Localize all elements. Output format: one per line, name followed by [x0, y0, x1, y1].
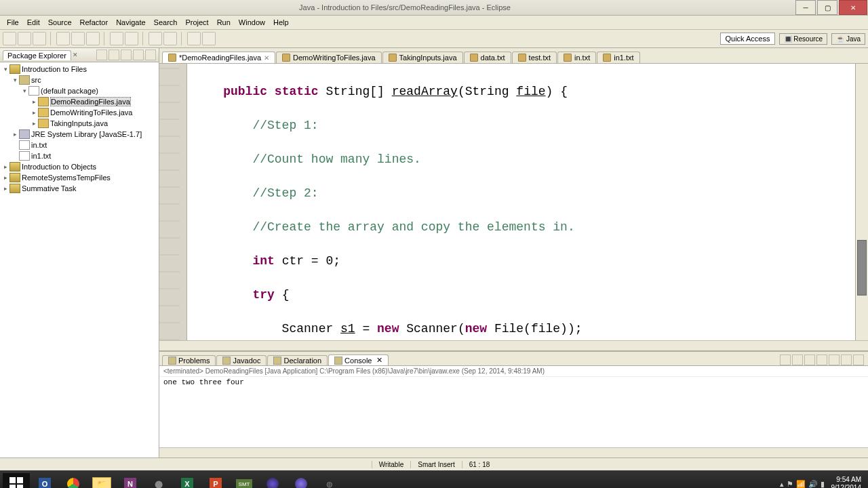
perspective-resource[interactable]: 🔳 Resource: [779, 33, 828, 45]
taskbar-chrome-icon[interactable]: [60, 472, 87, 488]
tree-node[interactable]: in.txt: [1, 140, 157, 150]
taskbar-clock[interactable]: 9:54 AM 9/12/2014: [831, 476, 862, 488]
proj-icon: [9, 162, 20, 171]
console-output[interactable]: one two three four: [159, 377, 868, 447]
taskbar-smart-icon[interactable]: SMT: [231, 472, 258, 488]
overview-ruler[interactable]: [855, 64, 868, 340]
editor-tab[interactable]: in1.txt: [597, 52, 639, 63]
txt-icon: [19, 151, 30, 161]
menu-window[interactable]: Window: [235, 17, 269, 28]
menu-navigate[interactable]: Navigate: [112, 17, 149, 28]
editor-tab[interactable]: DemoWritingToFiles.java: [276, 52, 381, 63]
maximize-button[interactable]: ▢: [817, 0, 837, 15]
editor-tab[interactable]: *DemoReadingFiles.java✕: [162, 52, 275, 63]
collapse-all-icon[interactable]: [96, 49, 107, 60]
menu-file[interactable]: File: [3, 17, 23, 28]
tree-node[interactable]: in1.txt: [1, 150, 157, 161]
toolbar-save-icon[interactable]: [18, 32, 31, 45]
tree-node[interactable]: ▸RemoteSystemsTempFiles: [1, 172, 157, 183]
menu-search[interactable]: Search: [150, 17, 182, 28]
jar-icon: [19, 129, 30, 139]
link-editor-icon[interactable]: [108, 49, 119, 60]
toolbar-newclass-icon[interactable]: [125, 32, 138, 45]
console-open-icon[interactable]: [829, 354, 840, 365]
editor-tab[interactable]: TakingInputs.java: [382, 52, 463, 63]
taskbar-eclipse2-icon[interactable]: [288, 472, 315, 488]
toolbar-tasks-icon[interactable]: [163, 32, 177, 45]
system-tray[interactable]: ▴⚑📶🔊▮ 9:54 AM 9/12/2014: [780, 476, 866, 488]
console-pin-icon[interactable]: [792, 354, 803, 365]
console-scroll-lock-icon[interactable]: [804, 354, 815, 365]
maximize-view-icon[interactable]: [145, 49, 156, 60]
horizontal-scrollbar[interactable]: [159, 340, 868, 350]
battery-icon[interactable]: ▮: [821, 480, 825, 489]
tab-declaration[interactable]: Declaration: [267, 355, 328, 365]
taskbar-app-icon[interactable]: ⬤: [145, 472, 172, 488]
taskbar-outlook-icon[interactable]: O: [31, 472, 58, 488]
package-explorer-tree[interactable]: ▾Introduction to Files▾src▾(default pack…: [0, 62, 159, 458]
perspective-java[interactable]: ☕ Java: [831, 33, 865, 45]
flag-icon[interactable]: ⚑: [787, 480, 793, 489]
menu-source[interactable]: Source: [44, 17, 76, 28]
tree-node[interactable]: ▸DemoWritingToFiles.java: [1, 107, 157, 118]
close-icon[interactable]: ✕: [376, 356, 382, 365]
code-area[interactable]: public static String[] readArray(String …: [187, 64, 855, 340]
tree-node[interactable]: ▸Summative Task: [1, 183, 157, 194]
tree-node[interactable]: ▸Introduction to Objects: [1, 161, 157, 172]
toolbar-debug-icon[interactable]: [56, 32, 70, 45]
minimize-view-icon[interactable]: [133, 49, 144, 60]
close-icon[interactable]: ✕: [264, 54, 269, 62]
declaration-icon: [273, 357, 281, 365]
minimize-view-icon[interactable]: [841, 354, 852, 365]
toolbar-search-icon[interactable]: [149, 32, 162, 45]
maximize-view-icon[interactable]: [853, 354, 864, 365]
toolbar-runlast-icon[interactable]: [86, 32, 100, 45]
tab-problems[interactable]: Problems: [162, 355, 216, 365]
tray-icons[interactable]: ▴⚑📶🔊▮: [780, 480, 825, 489]
editor-tab[interactable]: in.txt: [557, 52, 596, 63]
taskbar-excel-icon[interactable]: X: [174, 472, 201, 488]
console-display-icon[interactable]: [816, 354, 827, 365]
toolbar-new-icon[interactable]: [3, 32, 16, 45]
volume-icon[interactable]: 🔊: [808, 480, 818, 489]
toolbar-fwd-icon[interactable]: [202, 32, 216, 45]
taskbar-powerpoint-icon[interactable]: P: [202, 472, 229, 488]
file-icon: [470, 54, 478, 62]
view-menu-icon[interactable]: [121, 49, 132, 60]
tab-console[interactable]: Console✕: [328, 354, 389, 365]
package-explorer-tab[interactable]: Package Explorer: [3, 50, 71, 60]
menu-edit[interactable]: Edit: [23, 17, 44, 28]
editor-tab[interactable]: data.txt: [464, 52, 511, 63]
tree-node[interactable]: ▸JRE System Library [JavaSE-1.7]: [1, 129, 157, 140]
toolbar-run-icon[interactable]: [71, 32, 85, 45]
menu-help[interactable]: Help: [269, 17, 293, 28]
toolbar-newpkg-icon[interactable]: [110, 32, 123, 45]
tree-node[interactable]: ▾Introduction to Files: [1, 64, 157, 75]
taskbar-app2-icon[interactable]: ◍: [316, 472, 343, 488]
tab-javadoc[interactable]: Javadoc: [216, 355, 267, 365]
tree-node[interactable]: ▾(default package): [1, 85, 157, 96]
console-scrollbar[interactable]: [159, 447, 868, 458]
taskbar-explorer-icon[interactable]: 📁: [88, 472, 115, 488]
quick-access-input[interactable]: Quick Access: [720, 33, 774, 45]
network-icon[interactable]: 📶: [796, 480, 806, 489]
tree-node[interactable]: ▸TakingInputs.java: [1, 118, 157, 129]
code-editor[interactable]: public static String[] readArray(String …: [159, 64, 868, 340]
taskbar-eclipse-icon[interactable]: [259, 472, 286, 488]
menu-project[interactable]: Project: [181, 17, 212, 28]
close-icon[interactable]: ✕: [73, 52, 78, 58]
taskbar-onenote-icon[interactable]: N: [117, 472, 144, 488]
minimize-button[interactable]: ─: [795, 0, 816, 15]
editor-tab[interactable]: test.txt: [512, 52, 557, 63]
tree-node[interactable]: ▸DemoReadingFiles.java: [1, 96, 157, 107]
tree-node[interactable]: ▾src: [1, 75, 157, 85]
close-button[interactable]: ✕: [839, 0, 867, 15]
menu-run[interactable]: Run: [213, 17, 235, 28]
scrollbar-thumb[interactable]: [857, 240, 867, 296]
start-button[interactable]: [3, 473, 30, 488]
toolbar-saveall-icon[interactable]: [33, 32, 46, 45]
tray-up-icon[interactable]: ▴: [780, 480, 784, 489]
toolbar-back-icon[interactable]: [187, 32, 201, 45]
console-clear-icon[interactable]: [780, 354, 791, 365]
menu-refactor[interactable]: Refactor: [76, 17, 113, 28]
